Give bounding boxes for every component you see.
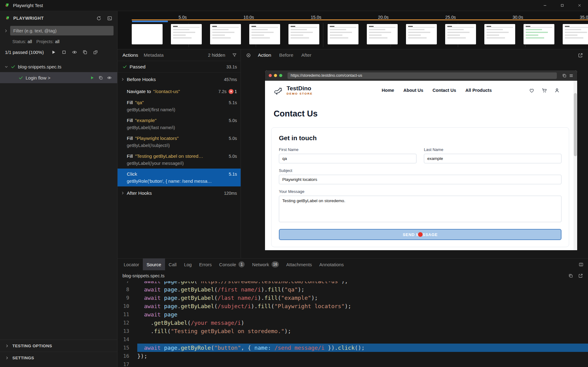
- code-editor[interactable]: 7 await page.goto("https://storedemo.tes…: [118, 281, 588, 367]
- nav-link-all-products[interactable]: All Products: [466, 88, 492, 93]
- thumbnail-line: [408, 35, 421, 36]
- subject-input[interactable]: [279, 175, 561, 184]
- watch-all-button[interactable]: [71, 48, 78, 56]
- message-textarea[interactable]: Testing getByLabel on storedemo.: [279, 196, 561, 222]
- menu-icon[interactable]: [569, 73, 574, 78]
- layout-columns-icon[interactable]: [578, 262, 584, 267]
- action-title: Fill: [127, 118, 133, 123]
- timeline[interactable]: 5.0s10.0s15.0s20.0s25.0s30.0s35.0s: [118, 11, 588, 49]
- tab-errors[interactable]: Errors: [195, 259, 215, 270]
- timeline-thumbnail[interactable]: [171, 24, 202, 44]
- tree-item-test[interactable]: Login flow >: [0, 72, 117, 83]
- last-name-input[interactable]: [424, 154, 561, 163]
- projects-value[interactable]: all: [55, 39, 60, 44]
- first-name-input[interactable]: [279, 154, 416, 163]
- open-external-icon[interactable]: [578, 53, 583, 58]
- site-logo[interactable]: TestDino DEMO STORE: [274, 85, 313, 96]
- wishlist-heart-icon[interactable]: [529, 88, 535, 93]
- tree-item-spec-file[interactable]: blog-snippets.spec.ts: [0, 61, 117, 72]
- watch-test-icon[interactable]: [107, 75, 112, 80]
- timeline-thumbnail[interactable]: [132, 24, 163, 44]
- tab-locator[interactable]: Locator: [120, 259, 143, 270]
- section-testing-options[interactable]: TESTING OPTIONS: [0, 340, 117, 352]
- cart-icon[interactable]: [541, 88, 547, 93]
- timeline-thumbnail[interactable]: [210, 24, 241, 44]
- sidebar: PLAYWRIGHT Status: all Projects: all 1/1…: [0, 11, 118, 367]
- tab-log[interactable]: Log: [180, 259, 195, 270]
- pick-locator-icon[interactable]: [246, 53, 251, 58]
- action-hook[interactable]: After Hooks120ms: [118, 186, 241, 200]
- token: .: [137, 320, 154, 326]
- tab-network[interactable]: Network16: [248, 259, 282, 270]
- page-scrollbar[interactable]: [574, 81, 577, 250]
- collapse-all-button[interactable]: [81, 48, 89, 56]
- filter-icon[interactable]: [232, 53, 237, 58]
- code-text: .getByLabel(/your message/i): [137, 319, 588, 327]
- action-item[interactable]: Fill"Playwright locators"5.0sgetByLabel(…: [118, 133, 241, 151]
- nav-link-home[interactable]: Home: [382, 88, 394, 93]
- section-settings[interactable]: SETTINGS: [0, 352, 117, 364]
- tab-after[interactable]: After: [301, 52, 312, 58]
- code-line: 15 await page.getByRole("button", { name…: [118, 344, 588, 352]
- window-title: Playwright Test: [13, 3, 43, 8]
- timeline-thumbnail[interactable]: [367, 24, 398, 44]
- open-source-icon[interactable]: [578, 273, 583, 278]
- timeline-thumbnail[interactable]: [484, 24, 515, 44]
- tab-annotations[interactable]: Annotations: [316, 259, 347, 270]
- scrollbar-thumb[interactable]: [574, 93, 577, 156]
- token: .: [177, 303, 181, 309]
- action-item[interactable]: Fill"Testing getByLabel on stored…5.0sge…: [118, 151, 241, 169]
- copy-source-icon[interactable]: [568, 273, 573, 278]
- stop-button[interactable]: [60, 48, 68, 56]
- tab-metadata[interactable]: Metadata: [144, 52, 164, 58]
- nav-link-about-us[interactable]: About Us: [404, 88, 423, 93]
- action-item[interactable]: Fill"qa"5.1sgetByLabel(/first name/i): [118, 97, 241, 115]
- code-line: 17: [118, 360, 588, 367]
- timeline-thumbnail[interactable]: [445, 24, 476, 44]
- timeline-thumbnail[interactable]: [524, 24, 554, 44]
- action-arg: "qa": [135, 100, 144, 105]
- snapshot-header: ActionBeforeAfter: [241, 49, 588, 61]
- timeline-thumbnail[interactable]: [406, 24, 437, 44]
- timeline-thumbnail[interactable]: [249, 24, 280, 44]
- test-status-row[interactable]: Passed 33.1s: [118, 61, 241, 73]
- account-icon[interactable]: [554, 88, 560, 93]
- filter-input[interactable]: [10, 26, 114, 35]
- maximize-button[interactable]: [553, 0, 571, 11]
- action-item[interactable]: Fill"example"5.0sgetByLabel(/last name/i…: [118, 115, 241, 133]
- run-toolbar: 1/1 passed (100%): [0, 46, 117, 59]
- timeline-thumbnail[interactable]: [288, 24, 319, 44]
- minimize-button[interactable]: [536, 0, 553, 11]
- tab-call[interactable]: Call: [165, 259, 180, 270]
- token: "qa": [284, 286, 298, 293]
- action-item[interactable]: Click5.1sgetByRole('button', { name: /se…: [118, 169, 241, 186]
- open-source-icon[interactable]: [98, 75, 103, 80]
- tab-console[interactable]: Console1: [215, 259, 248, 270]
- action-item[interactable]: Navigate to"/contact-us"7.2s×1: [118, 86, 241, 97]
- tab-actions[interactable]: Actions: [122, 52, 138, 58]
- thumbnail-line: [447, 32, 470, 33]
- timeline-thumbnail[interactable]: [328, 24, 358, 44]
- tab-attachments[interactable]: Attachments: [283, 259, 316, 270]
- timeline-thumbnail[interactable]: [563, 24, 588, 44]
- reload-tests-button[interactable]: [95, 14, 103, 22]
- expand-all-button[interactable]: [92, 48, 99, 56]
- chevron-right-icon[interactable]: [4, 29, 8, 33]
- copy-url-icon[interactable]: [562, 73, 567, 78]
- url-bar[interactable]: https://storedemo.testdino.com/contact-u…: [288, 72, 557, 79]
- action-hook[interactable]: Before Hooks457ms: [118, 73, 241, 86]
- status-value[interactable]: all: [27, 39, 32, 44]
- tab-before[interactable]: Before: [279, 52, 293, 58]
- nav-link-contact-us[interactable]: Contact Us: [433, 88, 456, 93]
- open-terminal-button[interactable]: [106, 14, 114, 22]
- token: ).: [258, 295, 264, 301]
- browser-frame: https://storedemo.testdino.com/contact-u…: [265, 70, 577, 250]
- copy-icon: [82, 50, 88, 55]
- tab-action[interactable]: Action: [258, 52, 271, 58]
- close-button[interactable]: [571, 0, 588, 11]
- code-text: await page.getByLabel(/subject/i).fill("…: [137, 302, 588, 310]
- tab-source[interactable]: Source: [143, 259, 165, 270]
- run-all-button[interactable]: [50, 48, 57, 56]
- run-test-icon[interactable]: [90, 75, 94, 80]
- header-icons: [529, 88, 560, 93]
